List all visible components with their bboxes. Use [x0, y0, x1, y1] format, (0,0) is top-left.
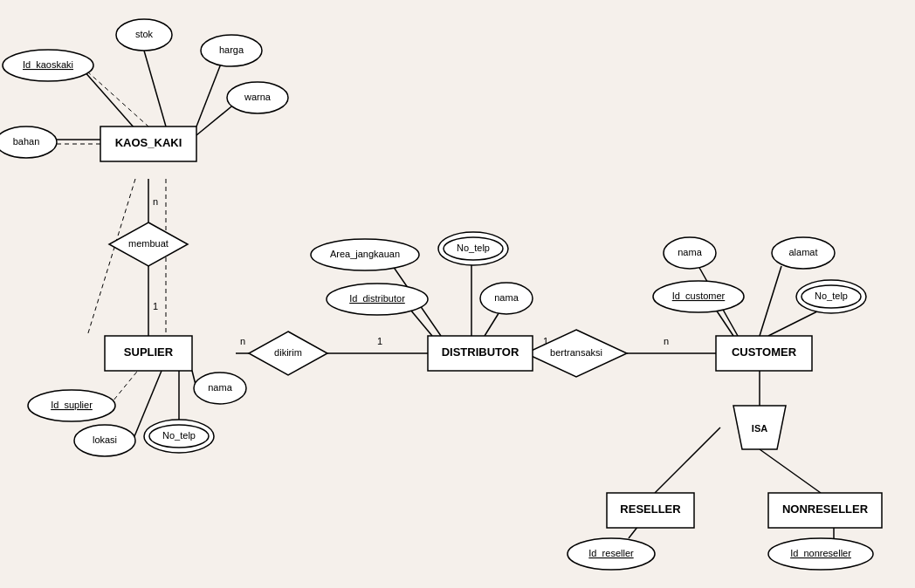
one-label-dikirim: 1 [377, 336, 382, 346]
id-kaoskaki-text: Id_kaoskaki [23, 59, 73, 70]
isa-label: ISA [752, 423, 767, 434]
nonreseller-label: NONRESELLER [782, 503, 869, 516]
nama-cust-text: nama [678, 247, 702, 257]
id-customer-text: Id_customer [672, 291, 726, 301]
reseller-label: RESELLER [620, 503, 681, 516]
nama-dist-text: nama [494, 292, 519, 303]
kaoskaki-label: KAOS_KAKI [115, 136, 182, 149]
alamat-text: alamat [788, 247, 817, 257]
bahan-text: bahan [13, 136, 40, 147]
n-label-kaos: n [153, 196, 158, 207]
n-label-suplier: n [240, 336, 245, 346]
id-suplier-text: Id_suplier [51, 400, 93, 410]
harga-text: harga [219, 44, 244, 55]
id-distributor-text: Id_distributor [349, 293, 405, 304]
customer-label: CUSTOMER [732, 345, 797, 359]
n-label-bert: n [664, 336, 669, 346]
notelp-suplier-text: No_telp [162, 430, 196, 441]
lokasi-text: lokasi [93, 434, 117, 445]
warna-text: warna [244, 92, 272, 102]
stok-text: stok [135, 29, 154, 39]
area-jangkauan-text: Area_jangkauan [330, 249, 400, 259]
one-label-membuat: 1 [153, 301, 158, 311]
nama-suplier-text: nama [208, 382, 232, 393]
notelp-dist-text: No_telp [457, 243, 490, 253]
dikirim-label: dikirim [274, 347, 302, 358]
id-nonreseller-text: Id_nonreseller [790, 548, 851, 558]
distributor-label: DISTRIBUTOR [442, 345, 519, 359]
suplier-label: SUPLIER [124, 345, 174, 359]
er-diagram: n 1 n 1 1 n membuat [0, 0, 915, 588]
membuat-label: membuat [128, 238, 169, 249]
id-reseller-text: Id_reseller [588, 548, 634, 558]
notelp-cust-text: No_telp [815, 291, 848, 301]
bertransaksi-label: bertransaksi [550, 347, 602, 358]
